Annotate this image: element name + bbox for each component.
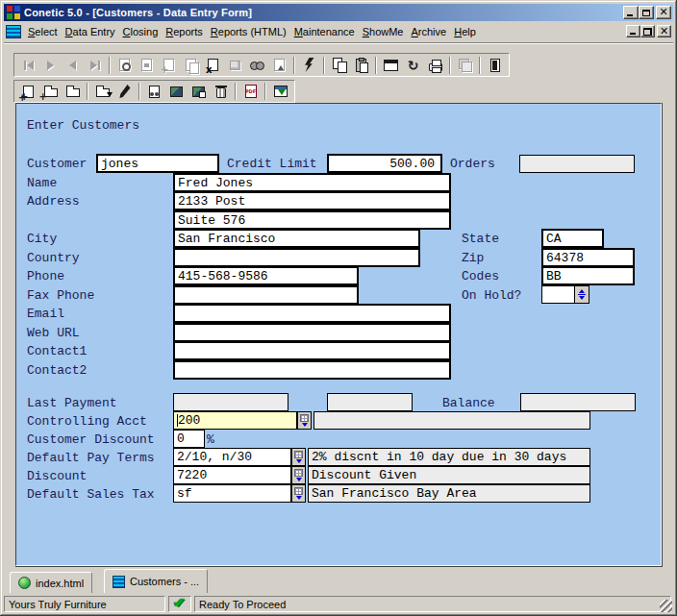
state-label: State (462, 233, 499, 245)
tab-bar: index.html Customers - ... (4, 568, 673, 594)
lookup-arrow-icon (296, 478, 302, 481)
status-bar: Yours Truly Furniture ✔ Ready To Proceed (4, 595, 673, 613)
lookup-grid-icon (300, 414, 309, 422)
check-icon: ✔ (174, 596, 187, 610)
contact1-field[interactable] (173, 341, 451, 360)
lookup-grid-icon (294, 469, 303, 477)
controlling-acct-label: Controlling Acct (27, 415, 147, 428)
contact2-field[interactable] (173, 360, 451, 380)
discount-field[interactable]: 7220 (173, 466, 291, 484)
discount-lookup-button[interactable] (291, 466, 306, 484)
address-field-2[interactable]: Suite 576 (173, 210, 451, 230)
balance-field (520, 393, 636, 411)
discount-desc-field: Discount Given (308, 466, 590, 484)
app-window: Conetic 5.0 - [Customers - Data Entry Fo… (0, 0, 677, 616)
controlling-acct-desc-field (313, 411, 590, 430)
last-payment-label: Last Payment (27, 397, 117, 409)
codes-label: Codes (462, 270, 499, 283)
tab-index-html[interactable]: index.html (10, 572, 92, 593)
state-field[interactable]: CA (541, 229, 604, 248)
city-label: City (27, 233, 57, 245)
customer-label: Customer (27, 158, 87, 170)
tab-customers[interactable]: Customers - ... (104, 569, 208, 593)
customer-discount-field[interactable]: 0 (173, 430, 205, 448)
orders-field (519, 155, 635, 173)
orders-label: Orders (450, 158, 495, 170)
status-company: Yours Truly Furniture (4, 596, 165, 612)
codes-field[interactable]: BB (541, 266, 635, 285)
tab-label: index.html (36, 578, 84, 589)
on-hold-label: On Hold? (462, 289, 521, 302)
status-message: Ready To Proceed (194, 596, 671, 612)
fax-phone-label: Fax Phone (27, 289, 94, 302)
form-icon (113, 576, 125, 588)
balance-label: Balance (442, 397, 495, 409)
discount-label: Discount (27, 470, 87, 482)
name-field[interactable]: Fred Jones (173, 173, 451, 192)
address-field-1[interactable]: 2133 Post (173, 191, 451, 210)
controlling-acct-lookup-button[interactable] (297, 411, 312, 430)
spin-bar (578, 294, 586, 295)
tab-label: Customers - ... (130, 576, 199, 587)
form-heading: Enter Customers (27, 119, 139, 132)
phone-label: Phone (27, 270, 64, 283)
name-label: Name (27, 177, 57, 189)
zip-label: Zip (462, 252, 484, 264)
web-url-label: Web URL (27, 327, 80, 339)
spin-down-icon (579, 296, 585, 300)
lookup-arrow-icon (296, 496, 302, 500)
credit-limit-field[interactable]: 500.00 (327, 154, 442, 173)
web-url-field[interactable] (173, 323, 451, 342)
default-pay-terms-label: Default Pay Terms (27, 452, 155, 464)
on-hold-field[interactable] (541, 285, 575, 304)
credit-limit-label: Credit Limit (227, 158, 317, 170)
lookup-grid-icon (294, 487, 303, 495)
last-payment-field-2 (327, 393, 413, 411)
lookup-grid-icon (294, 451, 303, 458)
customer-discount-label: Customer Discount (27, 433, 155, 446)
status-check-panel: ✔ (168, 596, 191, 612)
default-pay-terms-desc-field: 2% discnt in 10 day due in 30 days (308, 448, 590, 466)
last-payment-field-1 (173, 393, 288, 411)
country-label: Country (27, 252, 80, 264)
controlling-acct-field[interactable]: 200 (173, 411, 297, 430)
lookup-arrow-icon (296, 459, 302, 463)
default-pay-terms-field[interactable]: 2/10, n/30 (173, 448, 291, 466)
phone-field[interactable]: 415-568-9586 (173, 266, 359, 285)
browser-icon (18, 577, 31, 589)
default-sales-tax-lookup-button[interactable] (291, 484, 306, 503)
default-sales-tax-label: Default Sales Tax (27, 488, 155, 501)
form-layer: Enter Customers Customer jones Credit Li… (0, 0, 677, 616)
zip-field[interactable]: 64378 (541, 248, 635, 267)
address-label: Address (27, 195, 80, 208)
email-field[interactable] (173, 304, 451, 323)
default-pay-terms-lookup-button[interactable] (291, 448, 306, 466)
contact2-label: Contact2 (27, 364, 87, 377)
default-sales-tax-field[interactable]: sf (173, 484, 291, 503)
spin-up-icon (579, 289, 585, 293)
resize-grip[interactable] (660, 600, 672, 612)
fax-phone-field[interactable] (173, 285, 359, 305)
email-label: Email (27, 308, 64, 320)
on-hold-spinner[interactable] (574, 285, 589, 304)
city-field[interactable]: San Francisco (173, 229, 420, 248)
percent-label: % (207, 433, 214, 446)
customer-field[interactable]: jones (96, 154, 219, 173)
country-field[interactable] (173, 248, 420, 267)
default-sales-tax-desc-field: San Francisco Bay Area (308, 484, 590, 503)
lookup-arrow-icon (302, 423, 308, 427)
contact1-label: Contact1 (27, 345, 87, 357)
